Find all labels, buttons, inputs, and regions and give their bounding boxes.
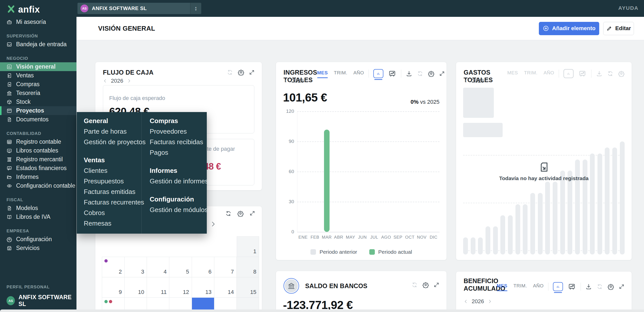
chevron-left-icon[interactable] bbox=[464, 79, 468, 83]
flyout-item-remesas[interactable]: Remesas bbox=[84, 218, 141, 229]
chevron-right-icon[interactable] bbox=[307, 79, 312, 83]
sidebar-item-libros-contables[interactable]: Libros contables bbox=[0, 146, 76, 155]
chevron-left-icon[interactable] bbox=[103, 79, 107, 83]
sidebar-item-servicios[interactable]: Servicios bbox=[0, 244, 76, 252]
chevron-left-icon[interactable] bbox=[284, 79, 288, 83]
expand-icon[interactable] bbox=[249, 210, 255, 217]
refresh-icon[interactable] bbox=[411, 282, 418, 288]
calendar-day-5[interactable]: 5 bbox=[169, 257, 191, 277]
calendar-day-12[interactable]: 12 bbox=[169, 277, 191, 297]
sidebar-item-ventas[interactable]: Ventas bbox=[0, 71, 76, 80]
calendar-day-8[interactable]: 8 bbox=[237, 257, 259, 277]
gear-icon[interactable] bbox=[608, 283, 614, 290]
flyout-item-proveedores[interactable]: Proveedores bbox=[150, 126, 207, 137]
chevron-left-icon[interactable] bbox=[464, 299, 468, 304]
calendar-day-9[interactable]: 9 bbox=[102, 277, 124, 297]
chevron-right-icon[interactable] bbox=[488, 79, 492, 83]
line-chart-view-icon[interactable] bbox=[578, 69, 587, 78]
calendar-day-15[interactable]: 15 bbox=[237, 277, 259, 297]
calendar-day-14[interactable]: 14 bbox=[214, 277, 236, 297]
download-icon[interactable] bbox=[585, 283, 592, 290]
bar-chart-view-icon[interactable] bbox=[564, 69, 574, 78]
refresh-icon[interactable] bbox=[596, 283, 603, 290]
sidebar-item-stock[interactable]: Stock bbox=[0, 97, 76, 106]
sidebar-item-estados-financieros[interactable]: Estados financieros bbox=[0, 164, 76, 173]
tab-mes[interactable]: MES bbox=[317, 70, 328, 77]
refresh-icon[interactable] bbox=[225, 210, 232, 217]
bar-chart-view-icon[interactable] bbox=[553, 282, 563, 291]
sidebar-item-visi-n-general[interactable]: Visión general bbox=[0, 62, 76, 71]
refresh-icon[interactable] bbox=[227, 69, 233, 76]
tab-año[interactable]: AÑO bbox=[544, 70, 554, 77]
calendar-day-3[interactable]: 3 bbox=[125, 257, 147, 277]
tab-mes[interactable]: MES bbox=[507, 70, 518, 77]
refresh-icon[interactable] bbox=[607, 70, 614, 77]
calendar-day-4[interactable]: 4 bbox=[147, 257, 169, 277]
sidebar-item-mi-asesor-a[interactable]: Mi asesoría bbox=[0, 18, 76, 26]
sidebar-item-libros-de-iva[interactable]: Libros de IVA bbox=[0, 213, 76, 221]
gear-icon[interactable] bbox=[422, 282, 429, 288]
add-element-button[interactable]: Añadir elemento bbox=[539, 22, 599, 35]
company-selector-caret-icon[interactable]: ▲▼ bbox=[190, 3, 201, 14]
calendar-day-11[interactable]: 11 bbox=[147, 277, 169, 297]
expand-icon[interactable] bbox=[433, 282, 439, 288]
y-axis-tick: 60 bbox=[283, 169, 294, 174]
expand-icon[interactable] bbox=[439, 71, 445, 77]
sidebar-item-registro-contable[interactable]: Registro contable bbox=[0, 137, 76, 146]
profile-row[interactable]: AS ANFIX SOFTWARE SL bbox=[0, 294, 76, 307]
flyout-item-presupuestos[interactable]: Presupuestos bbox=[84, 176, 141, 186]
download-icon[interactable] bbox=[406, 70, 412, 77]
flyout-item-pagos[interactable]: Pagos bbox=[150, 147, 207, 158]
sidebar-item-tesorer-a[interactable]: Tesorería bbox=[0, 89, 76, 97]
calendar-day-13[interactable]: 13 bbox=[192, 277, 214, 297]
calendar-next-month-icon[interactable] bbox=[210, 221, 216, 227]
tab-trim[interactable]: TRIM. bbox=[524, 70, 538, 77]
calendar-day-7[interactable]: 7 bbox=[214, 257, 236, 277]
calendar-day-1[interactable]: 1 bbox=[237, 236, 259, 257]
sidebar-item-modelos[interactable]: Modelos bbox=[0, 204, 76, 213]
tab-trim[interactable]: TRIM. bbox=[513, 283, 527, 290]
calendar-day-2[interactable]: 2 bbox=[102, 257, 124, 277]
expand-icon[interactable] bbox=[619, 284, 625, 290]
flyout-item-facturas-recibidas[interactable]: Facturas recibidas bbox=[150, 137, 207, 147]
flyout-item-gesti-n-de-m-dulos[interactable]: Gestión de módulos bbox=[150, 204, 207, 215]
edit-button[interactable]: Editar bbox=[603, 22, 634, 35]
tab-mes[interactable]: MES bbox=[497, 283, 507, 290]
horizontal-scrollbar[interactable] bbox=[0, 309, 644, 312]
line-chart-view-icon[interactable] bbox=[568, 282, 576, 291]
calendar-day-10[interactable]: 10 bbox=[125, 277, 147, 297]
tab-trim[interactable]: TRIM. bbox=[334, 70, 347, 77]
skeleton-bar bbox=[508, 215, 513, 254]
tab-año[interactable]: AÑO bbox=[353, 70, 364, 77]
line-chart-view-icon[interactable] bbox=[388, 69, 396, 78]
refresh-icon[interactable] bbox=[417, 70, 423, 77]
gear-icon[interactable] bbox=[428, 70, 434, 77]
sidebar-item-configuraci-n-contable[interactable]: Configuración contable bbox=[0, 181, 76, 190]
gear-icon[interactable] bbox=[238, 69, 244, 76]
gear-icon[interactable] bbox=[237, 210, 244, 217]
company-selector[interactable]: AS ANFIX SOFTWARE SL ▲▼ bbox=[77, 3, 201, 14]
tab-año[interactable]: AÑO bbox=[533, 283, 544, 290]
flyout-item-parte-de-horas[interactable]: Parte de horas bbox=[84, 126, 141, 137]
flyout-item-facturas-emitidas[interactable]: Facturas emitidas bbox=[84, 186, 141, 197]
sidebar-item-configuraci-n[interactable]: Configuración bbox=[0, 235, 76, 244]
sidebar-item-registro-mercantil[interactable]: Registro mercantil bbox=[0, 155, 76, 164]
flyout-item-clientes[interactable]: Clientes bbox=[84, 165, 141, 176]
flyout-item-cobros[interactable]: Cobros bbox=[84, 207, 141, 218]
sidebar-item-informes[interactable]: Informes bbox=[0, 173, 76, 181]
sidebar-item-documentos[interactable]: Documentos bbox=[0, 115, 76, 124]
gear-icon[interactable] bbox=[618, 70, 625, 77]
calendar-day-6[interactable]: 6 bbox=[192, 257, 214, 277]
flyout-item-gesti-n-de-informes[interactable]: Gestión de informes bbox=[150, 176, 207, 186]
expand-icon[interactable] bbox=[249, 69, 255, 75]
download-icon[interactable] bbox=[596, 70, 602, 77]
sidebar-item-proyectos[interactable]: Proyectos bbox=[0, 106, 76, 115]
help-link[interactable]: AYUDA bbox=[618, 5, 638, 11]
flyout-item-gesti-n-de-proyectos[interactable]: Gestión de proyectos bbox=[84, 137, 141, 147]
bar-chart-view-icon[interactable] bbox=[373, 69, 383, 78]
sidebar-item-compras[interactable]: Compras bbox=[0, 80, 76, 89]
sidebar-item-bandeja-de-entrada[interactable]: Bandeja de entrada bbox=[0, 40, 76, 49]
flyout-item-facturas-recurrentes[interactable]: Facturas recurrentes bbox=[84, 197, 141, 207]
chevron-right-icon[interactable] bbox=[488, 299, 492, 304]
chevron-right-icon[interactable] bbox=[127, 79, 131, 83]
